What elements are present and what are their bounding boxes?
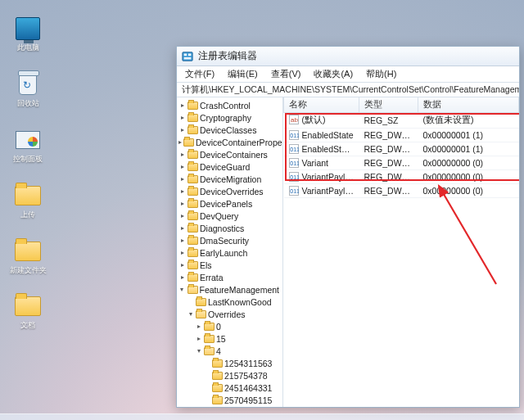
folder-icon xyxy=(187,237,198,245)
desktop-icon-label: 回收站 xyxy=(17,100,39,108)
menu-favorites[interactable]: 收藏夹(A) xyxy=(309,66,358,82)
tree-item[interactable]: ▸DeviceOverrides xyxy=(177,185,282,197)
value-type: REG_SZ xyxy=(359,113,418,129)
tree-item[interactable]: 1254311563 xyxy=(177,357,282,369)
value-row[interactable]: 011EnabledStateO...REG_DWORD0x00000001 (… xyxy=(284,142,519,156)
tree-item[interactable]: ▸Errata xyxy=(177,271,282,283)
expand-icon[interactable]: ▸ xyxy=(178,237,186,244)
collapse-icon[interactable]: ▾ xyxy=(187,310,194,318)
svg-text:ab: ab xyxy=(291,116,298,124)
tree-item[interactable]: ▸EarlyLaunch xyxy=(177,246,282,259)
tree-item-label: Els xyxy=(200,260,212,270)
tree-item-label: Errata xyxy=(200,273,224,282)
tree-item[interactable]: ▸15 xyxy=(177,332,282,345)
expand-icon[interactable]: ▸ xyxy=(178,138,182,146)
tree-item[interactable]: ▸DeviceMigration xyxy=(177,173,282,185)
desktop-icon-folder-2[interactable]: 新建文件夹 xyxy=(8,237,47,275)
folder-icon xyxy=(187,273,198,282)
value-name: EnabledStateO... xyxy=(302,144,359,154)
value-name: (默认) xyxy=(302,115,326,124)
tree-item-label: 2451464331 xyxy=(224,383,272,393)
tree-item[interactable]: ▾Overrides xyxy=(177,308,282,320)
expand-icon[interactable]: ▸ xyxy=(178,102,186,109)
expand-icon[interactable]: ▸ xyxy=(178,200,186,207)
desktop-icon-computer[interactable]: 此电脑 xyxy=(8,15,47,52)
expand-icon[interactable]: ▸ xyxy=(178,261,186,269)
expand-icon[interactable]: ▸ xyxy=(195,323,202,330)
expand-icon[interactable]: ▸ xyxy=(178,187,186,195)
tree-item-label: 0 xyxy=(216,322,221,332)
address-text: 计算机\HKEY_LOCAL_MACHINE\SYSTEM\CurrentCon… xyxy=(182,84,519,96)
tree-item[interactable]: ▸CrashControl xyxy=(177,99,282,111)
tree-item-label: 1254311563 xyxy=(224,359,272,368)
tree-item[interactable]: 2755536522 xyxy=(177,406,282,407)
expand-icon[interactable]: ▸ xyxy=(178,175,186,183)
expand-icon[interactable]: ▸ xyxy=(178,163,186,170)
tree-item[interactable]: ▸Cryptography xyxy=(177,111,282,124)
expand-icon[interactable]: ▸ xyxy=(178,212,186,219)
folder-icon xyxy=(204,347,215,355)
expand-icon[interactable]: ▸ xyxy=(178,151,186,158)
col-name[interactable]: 名称 xyxy=(284,97,359,113)
value-row[interactable]: 011VariantPayload...REG_DWORD0x00000000 … xyxy=(284,184,519,198)
tree-item[interactable]: ▸DevicePanels xyxy=(177,197,282,210)
value-row[interactable]: 011EnabledStateREG_DWORD0x00000001 (1) xyxy=(284,129,519,142)
value-list[interactable]: 名称 类型 数据 ab(默认)REG_SZ(数值未设置)011EnabledSt… xyxy=(283,97,519,407)
tree-item-label: DeviceClasses xyxy=(200,125,256,135)
svg-text:011: 011 xyxy=(290,133,299,138)
collapse-icon[interactable]: ▾ xyxy=(195,347,202,355)
col-data[interactable]: 数据 xyxy=(418,97,519,113)
svg-text:011: 011 xyxy=(290,160,299,166)
tree-item[interactable]: ▸DevQuery xyxy=(177,210,282,222)
collapse-icon[interactable]: ▾ xyxy=(178,286,186,293)
tree-item[interactable]: ▸DeviceContainerPropertyUpda xyxy=(177,136,282,148)
expand-icon[interactable]: ▸ xyxy=(178,249,186,256)
tree-item[interactable]: 2451464331 xyxy=(177,382,282,394)
tree-item[interactable]: ▾FeatureManagement xyxy=(177,283,282,296)
value-row[interactable]: ab(默认)REG_SZ(数值未设置) xyxy=(284,113,519,129)
spacer xyxy=(203,396,210,404)
tree-item[interactable]: ▸DeviceContainers xyxy=(177,148,282,160)
expand-icon[interactable]: ▸ xyxy=(178,126,186,133)
menu-edit[interactable]: 编辑(E) xyxy=(223,66,263,82)
tree-item-label: 4 xyxy=(216,346,221,356)
tree-item[interactable]: ▸Els xyxy=(177,259,282,271)
value-data: 0x00000001 (1) xyxy=(418,142,519,156)
desktop-icon-recycle-bin[interactable]: 回收站 xyxy=(8,70,47,108)
value-name: EnabledState xyxy=(302,130,354,140)
menu-file[interactable]: 文件(F) xyxy=(180,66,219,82)
menu-help[interactable]: 帮助(H) xyxy=(361,66,401,82)
tree-item[interactable]: 2570495115 xyxy=(177,394,282,406)
desktop-icon-label: 控制面板 xyxy=(13,156,43,164)
value-row[interactable]: 011VariantREG_DWORD0x00000000 (0) xyxy=(284,156,519,170)
tree-item[interactable]: 215754378 xyxy=(177,369,282,382)
expand-icon[interactable]: ▸ xyxy=(178,114,186,121)
menu-view[interactable]: 查看(V) xyxy=(266,66,306,82)
window-title: 注册表编辑器 xyxy=(198,50,257,62)
desktop-icon-control-panel[interactable]: 控制面板 xyxy=(8,126,47,164)
tree-item[interactable]: ▸Diagnostics xyxy=(177,222,282,234)
folder-icon xyxy=(204,323,215,331)
tree-item[interactable]: ▸DeviceClasses xyxy=(177,124,282,136)
desktop-icon-folder-1[interactable]: 上传 xyxy=(8,182,47,219)
value-row[interactable]: 011VariantPayloadREG_DWORD0x00000000 (0) xyxy=(284,170,519,184)
desktop-icon-folder-3[interactable]: 文档 xyxy=(8,292,47,330)
address-bar[interactable]: 计算机\HKEY_LOCAL_MACHINE\SYSTEM\CurrentCon… xyxy=(177,83,519,97)
expand-icon[interactable]: ▸ xyxy=(195,335,202,342)
dword-value-icon: 011 xyxy=(289,144,299,154)
titlebar[interactable]: 注册表编辑器 xyxy=(177,47,519,66)
svg-text:011: 011 xyxy=(290,174,299,180)
taskbar[interactable] xyxy=(0,413,524,420)
tree-item[interactable]: ▸0 xyxy=(177,320,282,332)
expand-icon[interactable]: ▸ xyxy=(178,273,186,281)
spacer xyxy=(187,298,194,305)
col-type[interactable]: 类型 xyxy=(359,97,418,113)
tree-view[interactable]: ▸CrashControl▸Cryptography▸DeviceClasses… xyxy=(177,97,283,407)
tree-item[interactable]: ▸DmaSecurity xyxy=(177,234,282,246)
value-name: VariantPayload... xyxy=(302,186,359,196)
tree-item[interactable]: ▾4 xyxy=(177,345,282,357)
value-type: REG_DWORD xyxy=(359,184,418,198)
tree-item[interactable]: ▸DeviceGuard xyxy=(177,160,282,173)
tree-item[interactable]: LastKnownGood xyxy=(177,296,282,308)
expand-icon[interactable]: ▸ xyxy=(178,224,186,232)
